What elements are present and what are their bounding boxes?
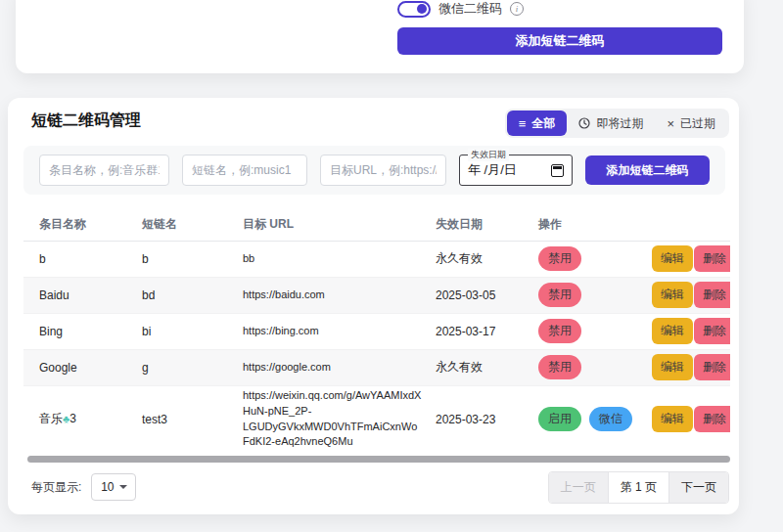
chevron-down-icon	[119, 485, 127, 489]
cell-target-url: https://google.com	[243, 349, 436, 385]
wechat-toggle-label: 微信二维码	[438, 0, 502, 18]
edit-button[interactable]: 编辑	[652, 406, 693, 432]
page-indicator: 第 1 页	[608, 472, 669, 503]
shortlink-manager-card: 短链二维码管理 ≡ 全部 即将过期 × 已过期 失效日期 年 /月/日	[8, 98, 739, 514]
expiry-date-value: 年 /月/日	[468, 161, 517, 179]
delete-button[interactable]: 删除	[694, 245, 730, 272]
status-badge[interactable]: 禁用	[538, 319, 581, 343]
add-shortlink-qr-button[interactable]: 添加短链二维码	[397, 27, 722, 55]
per-page-select[interactable]: 10	[91, 473, 136, 501]
expiry-date-label: 失效日期	[468, 149, 509, 161]
cell-entry-name: Bing	[23, 313, 142, 349]
edit-button[interactable]: 编辑	[652, 354, 693, 380]
wechat-qr-toggle[interactable]	[397, 1, 431, 18]
prev-page-button[interactable]: 上一页	[549, 472, 608, 503]
table-row: Bing bi https://bing.com 2025-03-17 禁用 编…	[23, 313, 730, 349]
list-icon: ≡	[519, 117, 527, 130]
cell-target-url: https://weixin.qq.com/g/AwYAAMIxdXHuN-pN…	[243, 385, 436, 453]
cell-expiry: 2025-03-05	[436, 277, 538, 313]
cell-entry-name: Google	[23, 349, 142, 385]
col-entry-name: 条目名称	[23, 209, 142, 241]
filter-tab-group: ≡ 全部 即将过期 × 已过期	[505, 109, 729, 138]
col-expiry: 失效日期	[436, 209, 538, 241]
info-icon[interactable]: i	[510, 2, 524, 16]
toggle-knob	[417, 4, 427, 14]
wechat-toggle-row: 微信二维码 i	[397, 0, 524, 18]
edit-button[interactable]: 编辑	[652, 282, 693, 308]
cell-shortlink: bi	[142, 313, 243, 349]
cell-shortlink: g	[142, 349, 243, 385]
page-title: 短链二维码管理	[31, 111, 141, 131]
cell-expiry: 2025-03-23	[436, 385, 538, 453]
col-shortlink: 短链名	[142, 209, 243, 241]
cell-expiry: 2025-03-17	[436, 313, 538, 349]
cell-entry-name: Baidu	[23, 277, 142, 313]
cell-target-url: https://bing.com	[243, 313, 436, 349]
cell-expiry: 永久有效	[436, 349, 538, 385]
edit-button[interactable]: 编辑	[652, 245, 693, 272]
cell-shortlink: test3	[142, 385, 243, 453]
table-footer: 每页显示: 10 上一页 第 1 页 下一页	[31, 471, 729, 503]
shortlink-table-wrap: 条目名称 短链名 目标 URL 失效日期 操作 b b bb 永久有效 禁用	[23, 209, 730, 454]
cell-entry-name: b	[23, 241, 142, 277]
horizontal-scrollbar[interactable]	[27, 456, 730, 463]
table-header-row: 条目名称 短链名 目标 URL 失效日期 操作	[23, 209, 730, 241]
expiry-date-input[interactable]: 失效日期 年 /月/日	[459, 155, 573, 186]
delete-button[interactable]: 删除	[694, 318, 730, 344]
target-url-input[interactable]	[320, 155, 446, 186]
status-badge[interactable]: 禁用	[538, 246, 581, 271]
qr-create-card: 微信二维码 i 添加短链二维码	[16, 0, 744, 73]
table-row: Baidu bd https://baidu.com 2025-03-05 禁用…	[23, 277, 730, 313]
col-target-url: 目标 URL	[243, 209, 436, 241]
cell-target-url: bb	[243, 241, 436, 277]
shortlink-name-input[interactable]	[182, 155, 307, 186]
shortlink-table: 条目名称 短链名 目标 URL 失效日期 操作 b b bb 永久有效 禁用	[23, 209, 730, 453]
status-badge[interactable]: 禁用	[538, 283, 581, 307]
delete-button[interactable]: 删除	[694, 282, 730, 308]
tab-expired[interactable]: × 已过期	[655, 111, 727, 136]
next-page-button[interactable]: 下一页	[669, 472, 728, 503]
table-row: 音乐♣3 test3 https://weixin.qq.com/g/AwYAA…	[23, 385, 730, 453]
table-row: b b bb 永久有效 禁用 编辑 删除 二维码	[23, 241, 730, 277]
cell-shortlink: bd	[142, 277, 243, 313]
status-badge[interactable]: 禁用	[538, 355, 581, 379]
delete-button[interactable]: 删除	[694, 354, 730, 380]
calendar-icon[interactable]	[551, 164, 564, 177]
cell-expiry: 永久有效	[436, 241, 538, 277]
cell-entry-name: 音乐♣3	[23, 385, 142, 453]
entry-name-input[interactable]	[39, 155, 169, 186]
wechat-tag-badge: 微信	[589, 407, 632, 431]
x-icon: ×	[667, 117, 674, 130]
per-page-label: 每页显示:	[31, 479, 81, 496]
clock-icon	[578, 117, 590, 129]
delete-button[interactable]: 删除	[694, 406, 730, 432]
edit-button[interactable]: 编辑	[652, 318, 693, 344]
status-badge[interactable]: 启用	[538, 407, 581, 431]
cell-shortlink: b	[142, 241, 243, 277]
cell-target-url: https://baidu.com	[243, 277, 436, 313]
search-filter-panel: 失效日期 年 /月/日 添加短链二维码	[23, 146, 725, 195]
table-row: Google g https://google.com 永久有效 禁用 编辑 删…	[23, 349, 730, 385]
tab-expiring[interactable]: 即将过期	[567, 111, 655, 136]
tab-all[interactable]: ≡ 全部	[507, 111, 568, 136]
add-shortlink-qr-button-2[interactable]: 添加短链二维码	[585, 155, 710, 185]
pagination: 上一页 第 1 页 下一页	[548, 471, 729, 504]
col-actions: 操作	[538, 209, 730, 241]
